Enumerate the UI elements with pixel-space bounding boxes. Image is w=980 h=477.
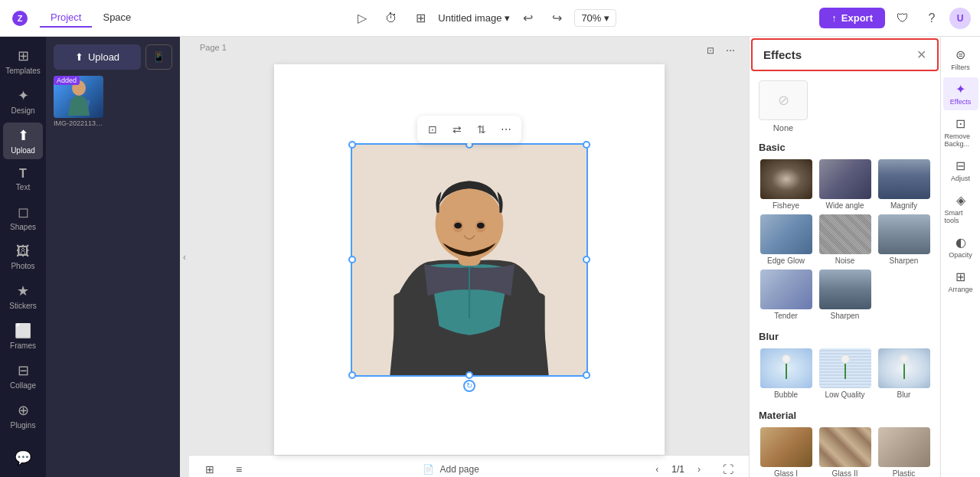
none-label: None <box>773 123 793 132</box>
sidebar-item-frames[interactable]: ⬜ Frames <box>3 318 43 354</box>
blur-label: Blur <box>897 390 911 399</box>
handle-top-right[interactable] <box>583 141 590 149</box>
effect-sharpen[interactable]: Sharpen <box>877 214 931 265</box>
effect-none[interactable]: ⊘ None <box>759 80 808 132</box>
sidebar-item-collage[interactable]: ⊟ Collage <box>3 358 43 394</box>
canvas-expand-icon[interactable]: ⊡ <box>703 43 718 58</box>
none-thumb: ⊘ <box>759 80 808 120</box>
canvas-area: Page 1 ⊡ ⋯ ⊡ ⇄ ⇅ ⋯ <box>189 37 749 477</box>
rt-arrange[interactable]: ⊞ Arrange <box>943 265 978 298</box>
topbar-center: ▷ ⏱ ⊞ Untitled image ▾ ↩ ↪ 70% ▾ <box>154 7 813 30</box>
effect-glass2[interactable]: Glass II <box>818 427 872 477</box>
canvas-more-icon[interactable]: ⋯ <box>723 43 738 58</box>
effect-magnify[interactable]: Magnify <box>877 159 931 210</box>
selected-image[interactable]: ⊡ ⇄ ⇅ ⋯ <box>351 143 588 377</box>
effect-bubble[interactable]: Bubble <box>759 348 813 399</box>
sidebar-label-plugins: Plugins <box>11 421 36 430</box>
flower-art <box>775 354 798 385</box>
export-button[interactable]: ↑ Export <box>819 8 885 28</box>
undo-button[interactable]: ↩ <box>516 7 539 30</box>
plastic-label: Plastic <box>893 469 915 477</box>
rt-filters[interactable]: ⊜ Filters <box>943 43 978 76</box>
basic-section-title: Basic <box>759 142 931 153</box>
effect-tender[interactable]: Tender <box>759 270 813 320</box>
effect-low-quality[interactable]: Low Quality <box>818 348 872 399</box>
handle-bottom-right[interactable] <box>583 371 590 379</box>
list-item: Added IMG-20221130-WA0... <box>54 76 103 127</box>
flip-tool-btn[interactable]: ⇅ <box>471 119 492 140</box>
effect-plastic[interactable]: Plastic <box>877 427 931 477</box>
sidebar-item-upload[interactable]: ⬆ Upload <box>3 123 43 159</box>
more-tool-btn[interactable]: ⋯ <box>495 119 517 140</box>
tab-space[interactable]: Space <box>92 8 142 28</box>
help-button[interactable]: ? <box>920 7 943 30</box>
layout-button[interactable]: ⊞ <box>409 7 432 30</box>
sidebar-item-templates[interactable]: ⊞ Templates <box>3 43 43 80</box>
svg-point-5 <box>435 188 503 260</box>
fullscreen-button[interactable]: ⛶ <box>717 458 740 478</box>
handle-mid-right[interactable] <box>583 256 590 263</box>
tab-project[interactable]: Project <box>40 8 92 28</box>
rt-adjust[interactable]: ⊟ Adjust <box>943 154 978 187</box>
sidebar-label-stickers: Stickers <box>9 302 37 310</box>
add-page-icon[interactable]: 📄 <box>416 458 439 478</box>
effect-noise[interactable]: Noise <box>818 214 872 265</box>
wide-angle-thumb <box>819 159 871 199</box>
image-content <box>352 145 586 375</box>
project-space-tabs: Project Space <box>40 8 142 28</box>
collapse-handle[interactable] <box>180 37 189 477</box>
rt-effects[interactable]: ✦ Effects <box>943 77 978 110</box>
effect-fisheye[interactable]: Fisheye <box>759 159 813 210</box>
selection-toolbar: ⊡ ⇄ ⇅ ⋯ <box>417 116 521 143</box>
canvas-container: ⊡ ⇄ ⇅ ⋯ <box>189 64 749 455</box>
blur-thumb <box>878 348 930 388</box>
zoom-control[interactable]: 70% ▾ <box>574 9 616 27</box>
magnify-label: Magnify <box>890 201 917 210</box>
shield-icon-btn[interactable]: 🛡 <box>891 7 914 30</box>
effect-sharpen2[interactable]: Sharpen <box>818 270 872 320</box>
sidebar-item-stickers[interactable]: ★ Stickers <box>3 278 43 315</box>
play-button[interactable]: ▷ <box>351 7 374 30</box>
effect-wide-angle[interactable]: Wide angle <box>818 159 872 210</box>
crop-tool-btn[interactable]: ⊡ <box>422 119 443 140</box>
sidebar-item-plugins[interactable]: ⊕ Plugins <box>3 397 43 434</box>
replace-tool-btn[interactable]: ⇄ <box>446 119 468 140</box>
effect-glass1[interactable]: Glass I <box>759 427 813 477</box>
stickers-icon: ★ <box>17 283 29 299</box>
effect-edge-glow[interactable]: Edge Glow <box>759 214 813 265</box>
svg-point-9 <box>476 222 484 228</box>
upload-thumb-1[interactable]: Added <box>54 76 103 118</box>
next-page-btn[interactable]: › <box>688 458 710 478</box>
glass2-thumb <box>819 427 871 467</box>
avatar: U <box>949 8 971 29</box>
list-view-button[interactable]: ≡ <box>227 458 250 478</box>
glass1-thumb <box>760 427 812 467</box>
sidebar-item-text[interactable]: T Text <box>3 162 43 196</box>
prev-page-btn[interactable]: ‹ <box>645 458 668 478</box>
handle-top-left[interactable] <box>348 141 356 149</box>
sidebar-item-photos[interactable]: 🖼 Photos <box>3 239 43 275</box>
add-page-label[interactable]: Add page <box>439 464 479 475</box>
timer-button[interactable]: ⏱ <box>380 7 403 30</box>
sidebar-item-design[interactable]: ✦ Design <box>3 83 43 119</box>
effects-close-button[interactable]: ✕ <box>916 47 926 62</box>
handle-bottom-mid[interactable] <box>466 371 473 379</box>
rt-opacity[interactable]: ◐ Opacity <box>943 230 978 263</box>
handle-bottom-left[interactable] <box>348 371 356 379</box>
sidebar-item-shapes[interactable]: ◻ Shapes <box>3 199 43 236</box>
page-count: 1/1 <box>671 464 684 475</box>
upload-controls: ⬆ Upload 📱 <box>54 44 172 70</box>
device-upload-button[interactable]: 📱 <box>145 44 172 70</box>
rt-remove-bg[interactable]: ⊡ Remove Backg... <box>943 112 978 152</box>
material-effects-grid: Glass I Glass II Plastic <box>759 427 931 477</box>
upload-button[interactable]: ⬆ Upload <box>54 44 141 70</box>
topbar-right: ↑ Export 🛡 ? U <box>819 7 971 30</box>
rotate-handle[interactable]: ↻ <box>463 380 475 392</box>
rt-smart-tools[interactable]: ◈ Smart tools <box>943 188 978 229</box>
grid-view-button[interactable]: ⊞ <box>198 458 221 478</box>
doc-title-area[interactable]: Untitled image ▾ <box>438 12 510 24</box>
sidebar-item-feedback[interactable]: 💬 <box>3 445 43 471</box>
redo-button[interactable]: ↪ <box>545 7 568 30</box>
effect-blur[interactable]: Blur <box>877 348 931 399</box>
handle-mid-left[interactable] <box>348 256 356 263</box>
